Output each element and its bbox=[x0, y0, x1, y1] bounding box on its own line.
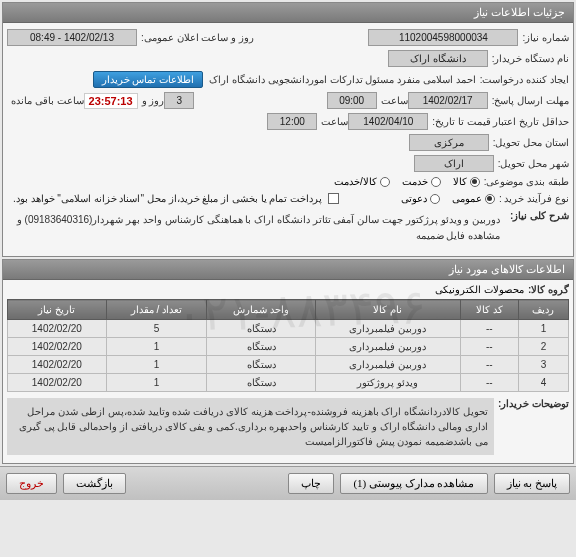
cell-date: 1402/02/20 bbox=[8, 320, 107, 338]
radio-dot-icon bbox=[470, 177, 480, 187]
th-qty: تعداد / مقدار bbox=[106, 300, 207, 320]
contact-buyer-button[interactable]: اطلاعات تماس خریدار bbox=[93, 71, 204, 88]
buyer-org-label: نام دستگاه خریدار: bbox=[492, 53, 569, 64]
time-label-1: ساعت bbox=[381, 95, 408, 106]
process-label: نوع فرآیند خرید : bbox=[499, 193, 569, 204]
items-table: ردیف کد کالا نام کالا واحد شمارش تعداد /… bbox=[7, 299, 569, 392]
cell-name: ویدئو پروژکتور bbox=[315, 374, 460, 392]
radio-service[interactable]: خدمت bbox=[402, 176, 441, 187]
radio-dot-icon bbox=[430, 194, 440, 204]
items-panel: اطلاعات کالاهای مورد نیاز گروه کالا: محص… bbox=[2, 259, 574, 464]
th-date: تاریخ نیاز bbox=[8, 300, 107, 320]
city-value: اراک bbox=[414, 155, 494, 172]
respond-button[interactable]: پاسخ به نیاز bbox=[494, 473, 571, 494]
buyer-org-value: دانشگاه اراک bbox=[388, 50, 488, 67]
radio-public[interactable]: عمومی bbox=[452, 193, 495, 204]
cell-qty: 1 bbox=[106, 338, 207, 356]
table-row[interactable]: 1--دوربین فیلمبرداریدستگاه51402/02/20 bbox=[8, 320, 569, 338]
treasury-checkbox[interactable] bbox=[328, 193, 339, 204]
cell-date: 1402/02/20 bbox=[8, 338, 107, 356]
countdown-timer: 23:57:13 bbox=[84, 93, 138, 109]
radio-dot-icon bbox=[431, 177, 441, 187]
attachments-button[interactable]: مشاهده مدارک پیوستی (1) bbox=[340, 473, 487, 494]
cell-r: 4 bbox=[518, 374, 568, 392]
cell-unit: دستگاه bbox=[207, 338, 315, 356]
days-left: 3 bbox=[164, 92, 194, 109]
cell-r: 2 bbox=[518, 338, 568, 356]
announce-label: روز و ساعت اعلان عمومی: bbox=[141, 32, 254, 43]
need-no-label: شماره نیاز: bbox=[522, 32, 569, 43]
cell-unit: دستگاه bbox=[207, 320, 315, 338]
remain-label: ساعت باقی مانده bbox=[11, 95, 84, 106]
validity-date: 1402/04/10 bbox=[348, 113, 428, 130]
deadline-date: 1402/02/17 bbox=[408, 92, 488, 109]
summary-text: دوربین و ویدئو پرژکتور جهت سالن آمفی تئا… bbox=[7, 210, 506, 246]
deadline-label: مهلت ارسال پاسخ: bbox=[492, 95, 569, 106]
cell-unit: دستگاه bbox=[207, 356, 315, 374]
th-code: کد کالا bbox=[460, 300, 518, 320]
th-name: نام کالا bbox=[315, 300, 460, 320]
group-label: گروه کالا: bbox=[528, 284, 569, 295]
print-button[interactable]: چاپ bbox=[288, 473, 334, 494]
panel1-title: جزئیات اطلاعات نیاز bbox=[3, 3, 573, 23]
treasury-note: پرداخت تمام یا بخشی از مبلغ خرید،از محل … bbox=[7, 191, 328, 206]
cell-date: 1402/02/20 bbox=[8, 356, 107, 374]
radio-goods[interactable]: کالا bbox=[453, 176, 480, 187]
th-row: ردیف bbox=[518, 300, 568, 320]
table-row[interactable]: 2--دوربین فیلمبرداریدستگاه11402/02/20 bbox=[8, 338, 569, 356]
buyer-note-text: تحویل کالادردانشگاه اراک باهزینه فروشنده… bbox=[7, 398, 494, 455]
cell-qty: 1 bbox=[106, 374, 207, 392]
cell-code: -- bbox=[460, 338, 518, 356]
cell-code: -- bbox=[460, 356, 518, 374]
summary-label: شرح کلی نیاز: bbox=[510, 210, 569, 221]
cell-date: 1402/02/20 bbox=[8, 374, 107, 392]
cell-r: 3 bbox=[518, 356, 568, 374]
cell-name: دوربین فیلمبرداری bbox=[315, 338, 460, 356]
cell-qty: 1 bbox=[106, 356, 207, 374]
deadline-time: 09:00 bbox=[327, 92, 377, 109]
footer-toolbar: پاسخ به نیاز مشاهده مدارک پیوستی (1) چاپ… bbox=[0, 466, 576, 500]
requester-value: احمد اسلامی منفرد مسئول تدارکات اموردانش… bbox=[209, 74, 475, 85]
day-label: روز و bbox=[142, 95, 165, 106]
cell-code: -- bbox=[460, 320, 518, 338]
requester-label: ایجاد کننده درخواست: bbox=[480, 74, 569, 85]
back-button[interactable]: بازگشت bbox=[63, 473, 126, 494]
panel2-title: اطلاعات کالاهای مورد نیاز bbox=[3, 260, 573, 280]
cell-name: دوربین فیلمبرداری bbox=[315, 356, 460, 374]
table-row[interactable]: 3--دوربین فیلمبرداریدستگاه11402/02/20 bbox=[8, 356, 569, 374]
time-label-2: ساعت bbox=[321, 116, 348, 127]
cell-name: دوربین فیلمبرداری bbox=[315, 320, 460, 338]
group-value: محصولات الکترونیکی bbox=[435, 284, 524, 295]
radio-invite[interactable]: دعوتی bbox=[401, 193, 440, 204]
th-unit: واحد شمارش bbox=[207, 300, 315, 320]
cell-r: 1 bbox=[518, 320, 568, 338]
validity-time: 12:00 bbox=[267, 113, 317, 130]
city-label: شهر محل تحویل: bbox=[498, 158, 569, 169]
table-row[interactable]: 4--ویدئو پروژکتوردستگاه11402/02/20 bbox=[8, 374, 569, 392]
province-value: مرکزی bbox=[409, 134, 489, 151]
need-no-value: 1102004598000034 bbox=[368, 29, 518, 46]
radio-goods-service[interactable]: کالا/خدمت bbox=[334, 176, 390, 187]
cell-code: -- bbox=[460, 374, 518, 392]
category-label: طبقه بندی موضوعی: bbox=[484, 176, 569, 187]
validity-label: حداقل تاریخ اعتبار قیمت تا تاریخ: bbox=[432, 116, 569, 127]
announce-value: 1402/02/13 - 08:49 bbox=[7, 29, 137, 46]
cell-unit: دستگاه bbox=[207, 374, 315, 392]
radio-dot-icon bbox=[380, 177, 390, 187]
category-radio-group: کالا خدمت کالا/خدمت bbox=[334, 176, 480, 187]
process-radio-group: عمومی دعوتی bbox=[401, 193, 495, 204]
need-details-panel: جزئیات اطلاعات نیاز شماره نیاز: 11020045… bbox=[2, 2, 574, 257]
cell-qty: 5 bbox=[106, 320, 207, 338]
radio-dot-icon bbox=[485, 194, 495, 204]
buyer-note-label: توضیحات خریدار: bbox=[498, 398, 569, 409]
exit-button[interactable]: خروج bbox=[6, 473, 57, 494]
province-label: استان محل تحویل: bbox=[493, 137, 569, 148]
